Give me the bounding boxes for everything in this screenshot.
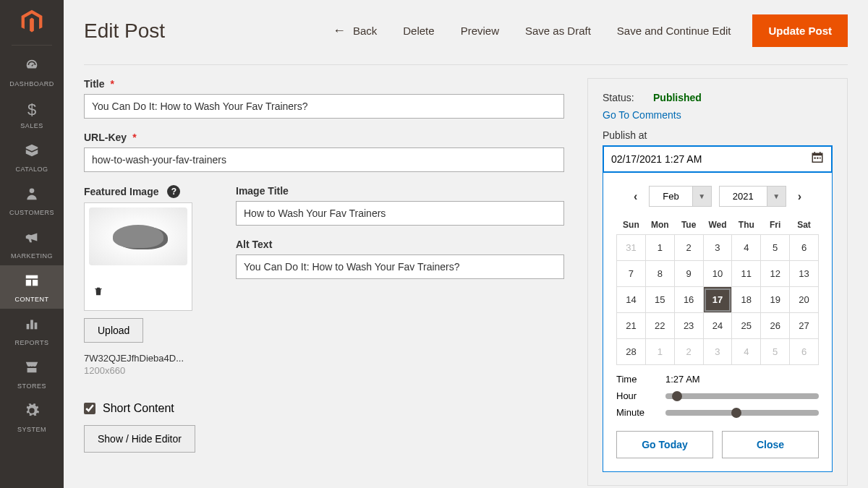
calendar-day[interactable]: 5 [761, 339, 790, 365]
calendar-day[interactable]: 23 [674, 313, 703, 339]
datepicker-popup: ‹ Feb▼ 2021▼ › SunMonTueWedThuFriSat 311… [603, 173, 833, 472]
back-button[interactable]: ←Back [320, 17, 390, 44]
alt-text-input[interactable] [236, 254, 564, 279]
calendar-day[interactable]: 2 [674, 339, 703, 365]
nav-stores[interactable]: STORES [0, 352, 64, 395]
go-today-button[interactable]: Go Today [616, 431, 713, 458]
nav-catalog[interactable]: CATALOG [0, 135, 64, 179]
month-select[interactable]: Feb▼ [649, 186, 711, 207]
day-header: Fri [761, 215, 790, 235]
year-select[interactable]: 2021▼ [719, 186, 786, 207]
calendar-day[interactable]: 19 [761, 287, 790, 313]
svg-rect-4 [27, 324, 30, 329]
day-header: Thu [732, 215, 761, 235]
trash-icon[interactable] [93, 286, 103, 300]
calendar-day[interactable]: 28 [617, 339, 646, 365]
save-continue-button[interactable]: Save and Continue Edit [604, 19, 744, 43]
status-label: Status: [603, 92, 653, 103]
prev-month-button[interactable]: ‹ [629, 190, 642, 203]
day-header: Tue [674, 215, 703, 235]
show-hide-editor-button[interactable]: Show / Hide Editor [84, 425, 195, 453]
nav-sales[interactable]: $SALES [0, 93, 64, 135]
calendar-day[interactable]: 17 [703, 287, 732, 313]
svg-rect-1 [26, 275, 38, 279]
megaphone-icon [24, 229, 40, 249]
calendar-day[interactable]: 16 [674, 287, 703, 313]
time-value: 1:27 AM [665, 374, 700, 385]
nav-system[interactable]: SYSTEM [0, 395, 64, 439]
calendar-day[interactable]: 4 [732, 339, 761, 365]
calendar-day[interactable]: 5 [761, 235, 790, 261]
arrow-left-icon: ← [333, 23, 346, 38]
nav-content[interactable]: CONTENT [0, 265, 64, 309]
calendar-day[interactable]: 25 [732, 313, 761, 339]
short-content-label: Short Content [103, 402, 174, 415]
title-label: Title* [84, 78, 564, 90]
person-icon [25, 186, 39, 206]
go-to-comments-link[interactable]: Go To Comments [603, 109, 833, 121]
calendar-day[interactable]: 26 [761, 313, 790, 339]
minute-slider[interactable] [665, 410, 819, 416]
calendar-day[interactable]: 6 [790, 235, 819, 261]
calendar-day[interactable]: 2 [674, 235, 703, 261]
publish-sidebar: Status: Published Go To Comments Publish… [587, 78, 848, 486]
calendar-day[interactable]: 18 [732, 287, 761, 313]
update-post-button[interactable]: Update Post [752, 14, 848, 47]
next-month-button[interactable]: › [793, 190, 806, 203]
upload-button[interactable]: Upload [84, 318, 143, 343]
calendar-day[interactable]: 27 [790, 313, 819, 339]
nav-customers[interactable]: CUSTOMERS [0, 179, 64, 222]
featured-image-thumbnail[interactable] [84, 202, 192, 311]
title-input[interactable] [84, 94, 564, 119]
calendar-day[interactable]: 10 [703, 261, 732, 287]
close-button[interactable]: Close [722, 431, 819, 458]
help-icon[interactable]: ? [167, 185, 180, 198]
nav-marketing[interactable]: MARKETING [0, 222, 64, 265]
status-value: Published [653, 92, 702, 103]
calendar-day[interactable]: 24 [703, 313, 732, 339]
day-header: Mon [645, 215, 674, 235]
calendar-day[interactable]: 6 [790, 339, 819, 365]
page-title: Edit Post [84, 20, 165, 43]
image-title-input[interactable] [236, 201, 564, 226]
calendar-day[interactable]: 12 [761, 261, 790, 287]
delete-button[interactable]: Delete [390, 19, 447, 43]
url-key-input[interactable] [84, 147, 564, 172]
calendar-day[interactable]: 1 [645, 339, 674, 365]
publish-date-input[interactable] [604, 147, 831, 171]
chevron-down-icon: ▼ [693, 186, 712, 207]
calendar-day[interactable]: 13 [790, 261, 819, 287]
calendar-day[interactable]: 31 [617, 235, 646, 261]
calendar-day[interactable]: 4 [732, 235, 761, 261]
calendar-day[interactable]: 22 [645, 313, 674, 339]
calendar-day[interactable]: 8 [645, 261, 674, 287]
minute-label: Minute [616, 407, 665, 418]
svg-point-0 [30, 189, 35, 194]
short-content-checkbox[interactable] [84, 403, 95, 414]
svg-rect-2 [26, 280, 31, 286]
calendar-day[interactable]: 7 [617, 261, 646, 287]
calendar-day[interactable]: 14 [617, 287, 646, 313]
magento-logo[interactable] [17, 7, 46, 36]
alt-text-label: Alt Text [236, 239, 564, 250]
hour-slider[interactable] [665, 393, 819, 399]
svg-rect-5 [30, 320, 33, 330]
calendar-day[interactable]: 3 [703, 235, 732, 261]
nav-dashboard[interactable]: DASHBOARD [0, 50, 64, 93]
calendar-grid: SunMonTueWedThuFriSat 311234567891011121… [616, 215, 819, 365]
save-draft-button[interactable]: Save as Draft [512, 19, 604, 43]
svg-rect-6 [35, 322, 38, 329]
calendar-day[interactable]: 15 [645, 287, 674, 313]
image-title-label: Image Title [236, 185, 564, 197]
day-header: Sun [617, 215, 646, 235]
nav-reports[interactable]: REPORTS [0, 309, 64, 352]
url-key-label: URL-Key* [84, 132, 564, 143]
calendar-day[interactable]: 21 [617, 313, 646, 339]
calendar-day[interactable]: 11 [732, 261, 761, 287]
preview-button[interactable]: Preview [448, 19, 512, 43]
calendar-day[interactable]: 3 [703, 339, 732, 365]
calendar-day[interactable]: 9 [674, 261, 703, 287]
calendar-day[interactable]: 1 [645, 235, 674, 261]
page-header: Edit Post ←Back Delete Preview Save as D… [84, 0, 848, 65]
calendar-day[interactable]: 20 [790, 287, 819, 313]
